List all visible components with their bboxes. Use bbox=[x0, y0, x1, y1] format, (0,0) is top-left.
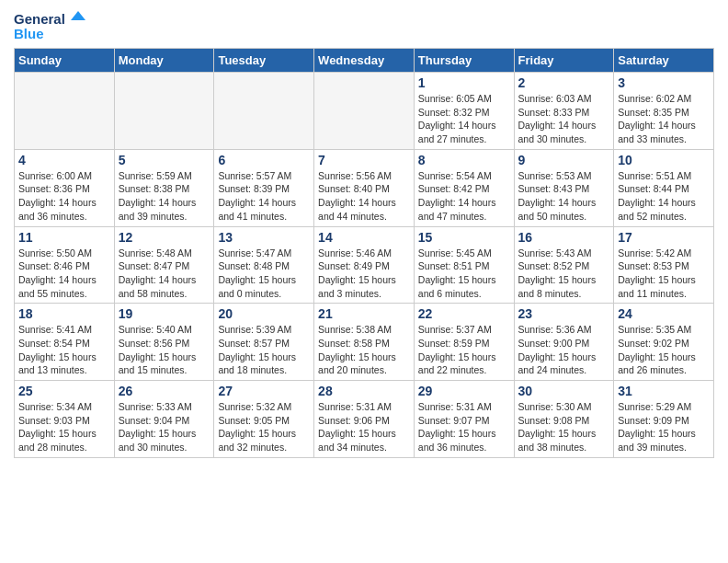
day-number: 8 bbox=[418, 153, 510, 167]
cell-info: Sunrise: 5:30 AM Sunset: 9:08 PM Dayligh… bbox=[518, 400, 610, 454]
day-number: 10 bbox=[618, 153, 710, 167]
week-row-1: 1Sunrise: 6:05 AM Sunset: 8:32 PM Daylig… bbox=[15, 73, 714, 150]
cell-info: Sunrise: 5:56 AM Sunset: 8:40 PM Dayligh… bbox=[318, 169, 410, 224]
cell-info: Sunrise: 5:46 AM Sunset: 8:49 PM Dayligh… bbox=[318, 247, 410, 301]
week-row-3: 11Sunrise: 5:50 AM Sunset: 8:46 PM Dayli… bbox=[15, 226, 714, 304]
day-number: 11 bbox=[18, 230, 110, 245]
day-number: 27 bbox=[218, 384, 310, 398]
day-cell: 27Sunrise: 5:32 AM Sunset: 9:05 PM Dayli… bbox=[214, 381, 314, 458]
col-header-thursday: Thursday bbox=[414, 49, 514, 73]
day-number: 28 bbox=[318, 384, 410, 398]
day-cell: 24Sunrise: 5:35 AM Sunset: 9:02 PM Dayli… bbox=[614, 304, 714, 381]
logo: General Blue bbox=[14, 9, 87, 42]
cell-info: Sunrise: 5:39 AM Sunset: 8:57 PM Dayligh… bbox=[218, 323, 310, 377]
day-cell: 19Sunrise: 5:40 AM Sunset: 8:56 PM Dayli… bbox=[114, 304, 214, 381]
cell-info: Sunrise: 5:37 AM Sunset: 8:59 PM Dayligh… bbox=[418, 323, 510, 377]
week-row-5: 25Sunrise: 5:34 AM Sunset: 9:03 PM Dayli… bbox=[15, 381, 714, 458]
day-number: 6 bbox=[218, 153, 310, 167]
cell-info: Sunrise: 5:53 AM Sunset: 8:43 PM Dayligh… bbox=[518, 169, 610, 224]
day-cell: 5Sunrise: 5:59 AM Sunset: 8:38 PM Daylig… bbox=[114, 149, 214, 226]
day-number: 15 bbox=[418, 230, 510, 245]
cell-info: Sunrise: 5:36 AM Sunset: 9:00 PM Dayligh… bbox=[518, 323, 610, 377]
day-cell: 10Sunrise: 5:51 AM Sunset: 8:44 PM Dayli… bbox=[614, 149, 714, 226]
header-row: SundayMondayTuesdayWednesdayThursdayFrid… bbox=[15, 49, 714, 73]
day-cell: 9Sunrise: 5:53 AM Sunset: 8:43 PM Daylig… bbox=[514, 149, 614, 226]
day-cell: 4Sunrise: 6:00 AM Sunset: 8:36 PM Daylig… bbox=[15, 149, 115, 226]
cell-info: Sunrise: 5:33 AM Sunset: 9:04 PM Dayligh… bbox=[119, 400, 210, 454]
day-cell: 2Sunrise: 6:03 AM Sunset: 8:33 PM Daylig… bbox=[514, 73, 614, 150]
page: General Blue SundayMondayTuesdayWednesda… bbox=[0, 0, 728, 467]
cell-info: Sunrise: 5:47 AM Sunset: 8:48 PM Dayligh… bbox=[218, 247, 310, 301]
day-number: 16 bbox=[518, 230, 610, 245]
logo-svg: General Blue bbox=[14, 9, 87, 42]
day-number: 23 bbox=[518, 306, 610, 321]
cell-info: Sunrise: 5:45 AM Sunset: 8:51 PM Dayligh… bbox=[418, 247, 510, 301]
col-header-wednesday: Wednesday bbox=[314, 49, 415, 73]
cell-info: Sunrise: 5:59 AM Sunset: 8:38 PM Dayligh… bbox=[119, 169, 210, 224]
day-cell: 22Sunrise: 5:37 AM Sunset: 8:59 PM Dayli… bbox=[414, 304, 514, 381]
cell-info: Sunrise: 5:31 AM Sunset: 9:07 PM Dayligh… bbox=[418, 400, 510, 454]
cell-info: Sunrise: 6:03 AM Sunset: 8:33 PM Dayligh… bbox=[518, 92, 610, 146]
col-header-saturday: Saturday bbox=[614, 49, 714, 73]
day-cell: 20Sunrise: 5:39 AM Sunset: 8:57 PM Dayli… bbox=[214, 304, 314, 381]
cell-info: Sunrise: 5:32 AM Sunset: 9:05 PM Dayligh… bbox=[218, 400, 310, 454]
day-cell: 28Sunrise: 5:31 AM Sunset: 9:06 PM Dayli… bbox=[314, 381, 415, 458]
cell-info: Sunrise: 5:57 AM Sunset: 8:39 PM Dayligh… bbox=[218, 169, 310, 224]
svg-text:Blue: Blue bbox=[14, 26, 44, 41]
day-number: 13 bbox=[218, 230, 310, 245]
day-cell: 15Sunrise: 5:45 AM Sunset: 8:51 PM Dayli… bbox=[414, 226, 514, 304]
week-row-4: 18Sunrise: 5:41 AM Sunset: 8:54 PM Dayli… bbox=[15, 304, 714, 381]
day-number: 20 bbox=[218, 306, 310, 321]
day-cell: 30Sunrise: 5:30 AM Sunset: 9:08 PM Dayli… bbox=[514, 381, 614, 458]
col-header-sunday: Sunday bbox=[15, 49, 115, 73]
day-cell: 31Sunrise: 5:29 AM Sunset: 9:09 PM Dayli… bbox=[614, 381, 714, 458]
day-number: 29 bbox=[418, 384, 510, 398]
day-number: 30 bbox=[518, 384, 610, 398]
cell-info: Sunrise: 5:43 AM Sunset: 8:52 PM Dayligh… bbox=[518, 247, 610, 301]
day-cell: 16Sunrise: 5:43 AM Sunset: 8:52 PM Dayli… bbox=[514, 226, 614, 304]
day-number: 4 bbox=[18, 153, 110, 167]
day-cell: 14Sunrise: 5:46 AM Sunset: 8:49 PM Dayli… bbox=[314, 226, 415, 304]
day-cell: 21Sunrise: 5:38 AM Sunset: 8:58 PM Dayli… bbox=[314, 304, 415, 381]
header: General Blue bbox=[14, 9, 714, 42]
day-number: 9 bbox=[518, 153, 610, 167]
day-number: 12 bbox=[119, 230, 210, 245]
day-number: 25 bbox=[18, 384, 110, 398]
day-cell: 7Sunrise: 5:56 AM Sunset: 8:40 PM Daylig… bbox=[314, 149, 415, 226]
cell-info: Sunrise: 5:41 AM Sunset: 8:54 PM Dayligh… bbox=[18, 323, 110, 377]
day-number: 19 bbox=[119, 306, 210, 321]
day-cell: 8Sunrise: 5:54 AM Sunset: 8:42 PM Daylig… bbox=[414, 149, 514, 226]
day-cell: 23Sunrise: 5:36 AM Sunset: 9:00 PM Dayli… bbox=[514, 304, 614, 381]
day-cell: 6Sunrise: 5:57 AM Sunset: 8:39 PM Daylig… bbox=[214, 149, 314, 226]
cell-info: Sunrise: 5:34 AM Sunset: 9:03 PM Dayligh… bbox=[18, 400, 110, 454]
cell-info: Sunrise: 5:54 AM Sunset: 8:42 PM Dayligh… bbox=[418, 169, 510, 224]
day-cell: 25Sunrise: 5:34 AM Sunset: 9:03 PM Dayli… bbox=[15, 381, 115, 458]
svg-marker-1 bbox=[71, 11, 85, 20]
cell-info: Sunrise: 6:05 AM Sunset: 8:32 PM Dayligh… bbox=[418, 92, 510, 146]
cell-info: Sunrise: 5:35 AM Sunset: 9:02 PM Dayligh… bbox=[618, 323, 710, 377]
day-cell: 1Sunrise: 6:05 AM Sunset: 8:32 PM Daylig… bbox=[414, 73, 514, 150]
col-header-tuesday: Tuesday bbox=[214, 49, 314, 73]
day-number: 18 bbox=[18, 306, 110, 321]
day-number: 24 bbox=[618, 306, 710, 321]
day-cell bbox=[114, 73, 214, 150]
day-number: 22 bbox=[418, 306, 510, 321]
day-number: 26 bbox=[119, 384, 210, 398]
day-cell: 29Sunrise: 5:31 AM Sunset: 9:07 PM Dayli… bbox=[414, 381, 514, 458]
day-cell: 26Sunrise: 5:33 AM Sunset: 9:04 PM Dayli… bbox=[114, 381, 214, 458]
svg-text:General: General bbox=[14, 11, 65, 27]
cell-info: Sunrise: 6:00 AM Sunset: 8:36 PM Dayligh… bbox=[18, 169, 110, 224]
calendar-table: SundayMondayTuesdayWednesdayThursdayFrid… bbox=[14, 48, 714, 458]
day-number: 1 bbox=[418, 75, 510, 90]
cell-info: Sunrise: 5:29 AM Sunset: 9:09 PM Dayligh… bbox=[618, 400, 710, 454]
cell-info: Sunrise: 6:02 AM Sunset: 8:35 PM Dayligh… bbox=[618, 92, 710, 146]
col-header-friday: Friday bbox=[514, 49, 614, 73]
day-cell: 13Sunrise: 5:47 AM Sunset: 8:48 PM Dayli… bbox=[214, 226, 314, 304]
day-number: 31 bbox=[618, 384, 710, 398]
day-number: 3 bbox=[618, 75, 710, 90]
day-number: 17 bbox=[618, 230, 710, 245]
day-cell bbox=[214, 73, 314, 150]
day-cell bbox=[314, 73, 415, 150]
cell-info: Sunrise: 5:48 AM Sunset: 8:47 PM Dayligh… bbox=[119, 247, 210, 301]
cell-info: Sunrise: 5:42 AM Sunset: 8:53 PM Dayligh… bbox=[618, 247, 710, 301]
